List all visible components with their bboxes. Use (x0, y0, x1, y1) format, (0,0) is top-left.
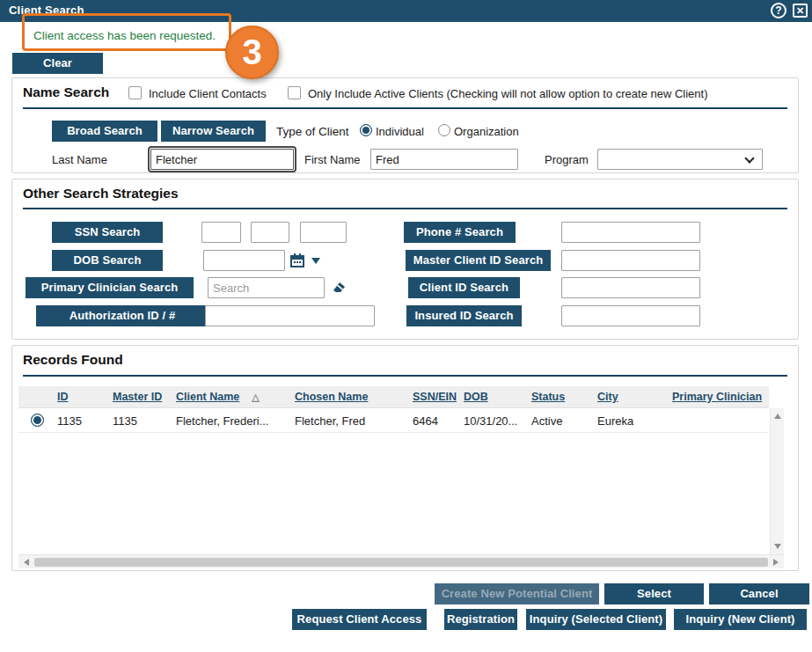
status-message: Client access has been requested. (33, 29, 216, 42)
scroll-down-icon[interactable] (774, 544, 781, 549)
phone-search-input[interactable] (561, 222, 700, 243)
cell-client-name: Fletcher, Frederi... (171, 409, 289, 432)
grid-header-primary-clinician[interactable]: Primary Clinician (667, 386, 769, 407)
grid-header-ssn-ein[interactable]: SSN/EIN (407, 386, 458, 407)
ssn-part3-input[interactable] (300, 222, 347, 243)
cell-id: 1135 (52, 409, 107, 432)
program-select[interactable] (597, 149, 763, 170)
section-divider (23, 107, 787, 109)
broad-search-button[interactable]: Broad Search (52, 121, 157, 142)
records-found-section: Records Found ID Master ID Client Name△ … (11, 345, 799, 571)
dob-input[interactable] (203, 250, 285, 271)
select-button[interactable]: Select (604, 583, 704, 604)
type-of-client-label: Type of Client (276, 125, 349, 138)
calendar-dropdown-caret-icon[interactable] (311, 258, 320, 264)
cancel-button[interactable]: Cancel (709, 583, 809, 604)
grid-header-row: ID Master ID Client Name△ Chosen Name SS… (18, 386, 769, 408)
clear-button[interactable]: Clear (12, 53, 103, 74)
program-label: Program (545, 153, 589, 166)
first-name-label: First Name (304, 153, 361, 166)
authorization-id-button[interactable]: Authorization ID / # (36, 305, 208, 326)
row-select-radio[interactable] (31, 414, 44, 427)
section-divider (23, 208, 787, 209)
individual-label: Individual (376, 125, 424, 138)
create-new-potential-client-button: Create New Potential Client (435, 583, 599, 604)
cell-ssn-ein: 6464 (407, 409, 458, 432)
only-active-clients-label: Only Include Active Clients (Checking wi… (308, 87, 708, 100)
scroll-right-icon[interactable] (773, 559, 779, 566)
insured-id-input[interactable] (561, 305, 700, 326)
master-client-id-input[interactable] (561, 250, 700, 271)
include-client-contacts-checkbox[interactable] (128, 86, 142, 99)
first-name-input[interactable] (370, 149, 518, 170)
grid-header-dob[interactable]: DOB (458, 386, 526, 407)
horizontal-scroll-thumb[interactable] (34, 558, 768, 567)
sort-ascending-icon: △ (252, 392, 259, 402)
grid-header-chosen-name[interactable]: Chosen Name (289, 386, 407, 407)
only-active-clients-checkbox[interactable] (288, 86, 301, 99)
horizontal-scrollbar[interactable] (18, 554, 784, 568)
section-divider (23, 375, 787, 377)
annotation-step-badge: 3 (225, 26, 279, 79)
chevron-down-icon (744, 153, 754, 163)
client-id-search-button[interactable]: Client ID Search (408, 277, 520, 298)
cell-master-id: 1135 (107, 409, 171, 432)
grid-header-master-id[interactable]: Master ID (107, 386, 171, 407)
primary-clinician-search-button[interactable]: Primary Clinician Search (26, 277, 194, 298)
client-search-dialog: Client Search ? ✕ 3 Client access has be… (0, 0, 812, 652)
dob-search-button[interactable]: DOB Search (52, 250, 163, 271)
registration-button[interactable]: Registration (444, 609, 517, 630)
organization-label: Organization (454, 125, 519, 138)
ssn-part1-input[interactable] (201, 222, 241, 243)
cell-primary-clinician (667, 409, 769, 432)
narrow-search-button[interactable]: Narrow Search (161, 121, 266, 142)
scroll-left-icon[interactable] (24, 559, 29, 566)
records-found-heading: Records Found (23, 352, 123, 368)
cell-status: Active (526, 409, 592, 432)
close-icon[interactable]: ✕ (793, 4, 808, 18)
name-search-heading: Name Search (23, 84, 109, 100)
help-icon[interactable]: ? (771, 3, 786, 18)
grid-header-client-name[interactable]: Client Name△ (171, 386, 289, 407)
row-select-cell (18, 409, 52, 432)
authorization-id-input[interactable] (205, 305, 375, 326)
cell-city: Eureka (592, 409, 667, 432)
last-name-input[interactable] (150, 149, 294, 170)
vertical-scrollbar[interactable] (770, 408, 784, 554)
client-id-input[interactable] (561, 277, 700, 298)
phone-search-button[interactable]: Phone # Search (404, 222, 516, 243)
cell-dob: 10/31/20... (458, 409, 526, 432)
master-client-id-search-button[interactable]: Master Client ID Search (406, 250, 551, 271)
grid-header-status[interactable]: Status (526, 386, 592, 407)
inquiry-selected-client-button[interactable]: Inquiry (Selected Client) (526, 609, 666, 630)
request-client-access-button[interactable]: Request Client Access (292, 609, 427, 630)
name-search-section: Name Search Include Client Contacts Only… (11, 77, 799, 173)
scroll-up-icon[interactable] (774, 414, 781, 419)
grid-header-id[interactable]: ID (52, 386, 107, 407)
ssn-part2-input[interactable] (251, 222, 289, 243)
other-search-heading: Other Search Strategies (23, 186, 179, 201)
other-search-section: Other Search Strategies SSN Search DOB S… (11, 179, 799, 340)
primary-clinician-input[interactable] (208, 277, 325, 298)
ssn-search-button[interactable]: SSN Search (52, 222, 163, 243)
individual-radio[interactable] (360, 124, 372, 136)
eraser-icon[interactable] (330, 278, 347, 299)
last-name-label: Last Name (52, 153, 107, 166)
cell-chosen-name: Fletcher, Fred (289, 409, 407, 432)
grid-header-select-col (18, 386, 52, 407)
insured-id-search-button[interactable]: Insured ID Search (406, 305, 522, 326)
include-client-contacts-label: Include Client Contacts (149, 87, 267, 100)
inquiry-new-client-button[interactable]: Inquiry (New Client) (674, 609, 807, 630)
organization-radio[interactable] (438, 124, 450, 136)
table-row[interactable]: 1135 1135 Fletcher, Frederi... Fletcher,… (18, 409, 769, 433)
calendar-icon[interactable] (290, 253, 304, 271)
grid-header-city[interactable]: City (592, 386, 667, 407)
